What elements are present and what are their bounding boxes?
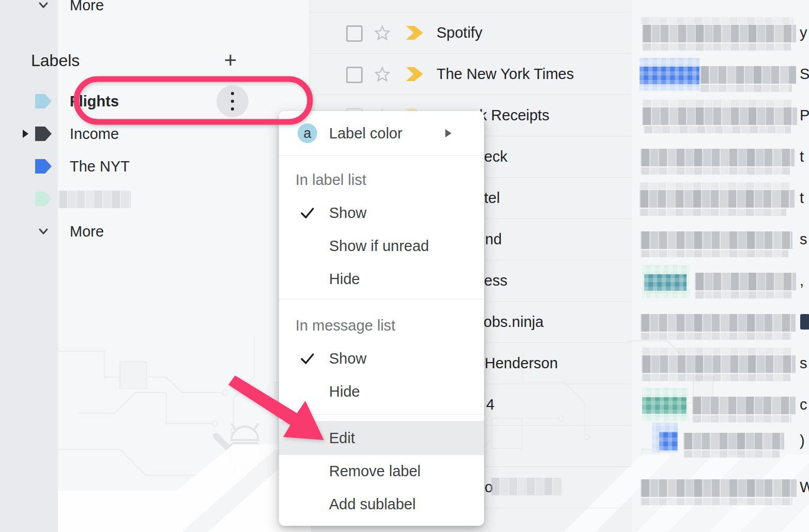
label-tag-icon	[35, 126, 52, 142]
email-sender-fragment: nd	[485, 231, 502, 248]
star-icon[interactable]	[373, 65, 392, 83]
menu-item-show-if-unread[interactable]: Show if unread	[279, 229, 484, 262]
email-sender-fragment: eck	[484, 148, 507, 165]
menu-section-header: In label list	[279, 163, 484, 196]
labels-header: Labels	[31, 51, 80, 70]
email-sender: Spotify	[437, 24, 483, 41]
redacted-label-text	[58, 191, 131, 208]
menu-item-label: Add sublabel	[329, 496, 416, 513]
clipped-subject-text: s	[800, 231, 807, 248]
label-tag-icon	[35, 93, 52, 109]
gmail-screenshot: More Labels + Flights Income The NYT Mor…	[0, 0, 809, 532]
menu-item-label: Show	[329, 350, 367, 367]
clipped-subject-text: t	[800, 148, 804, 165]
sidebar	[58, 0, 310, 532]
menu-item-label: Remove label	[329, 463, 421, 480]
label-tag-icon	[35, 191, 52, 207]
sidebar-item-label: The NYT	[70, 158, 130, 175]
menu-item-hide-message-list[interactable]: Hide	[279, 375, 484, 408]
menu-item-label: Label color	[329, 125, 402, 142]
label-context-menu: a Label color In label list Show Show if…	[279, 111, 484, 526]
check-icon	[299, 204, 316, 222]
clipped-subject-text: P	[800, 107, 809, 124]
check-icon	[299, 350, 316, 367]
chevron-down-icon	[35, 223, 52, 240]
email-sender-fragment: 4	[486, 396, 494, 413]
clipped-subject-text: s	[800, 355, 807, 372]
sidebar-item-label: Flights	[70, 93, 119, 110]
clipped-subject-text: t	[800, 190, 804, 207]
menu-item-add-sublabel[interactable]: Add sublabel	[279, 488, 484, 521]
menu-section-header: In message list	[279, 309, 484, 342]
select-checkbox[interactable]	[346, 25, 363, 42]
menu-item-label: Edit	[329, 430, 355, 447]
sidebar-item-label: More	[70, 223, 104, 240]
email-sender: The New York Times	[437, 66, 574, 83]
clipped-subject-text: c	[800, 396, 807, 413]
chevron-down-icon	[35, 0, 52, 13]
clipped-emoji-icon	[800, 314, 809, 330]
label-tag-icon	[35, 158, 52, 175]
importance-marker-icon[interactable]	[406, 26, 423, 40]
menu-item-label-color[interactable]: a Label color	[279, 117, 484, 150]
menu-item-label: Show	[329, 205, 367, 222]
email-sender-fragment: k Receipts	[479, 107, 549, 124]
clipped-subject-text: S	[800, 66, 809, 83]
sidebar-item-label: More	[70, 0, 104, 14]
menu-item-label: Hide	[329, 383, 360, 400]
clipped-subject-text: )	[800, 432, 805, 449]
create-label-button[interactable]: +	[219, 49, 242, 72]
submenu-arrow-icon	[445, 129, 452, 137]
menu-item-label: Show if unread	[329, 238, 429, 255]
expand-arrow-icon[interactable]	[23, 130, 28, 138]
email-sender-fragment: Henderson	[485, 355, 558, 372]
star-icon[interactable]	[373, 23, 392, 42]
email-sender-fragment: ess	[484, 272, 507, 289]
label-color-swatch-icon: a	[298, 123, 317, 143]
sidebar-item-label: Income	[70, 126, 119, 143]
email-row[interactable]: The New York Times S	[310, 53, 809, 95]
clipped-subject-text: ,	[800, 272, 804, 289]
window-left-margin	[0, 0, 58, 532]
select-checkbox[interactable]	[346, 67, 363, 83]
clipped-subject-text: W	[800, 479, 809, 496]
importance-marker-icon[interactable]	[406, 67, 423, 81]
menu-item-show-label-list[interactable]: Show	[279, 196, 484, 229]
menu-item-hide-label-list[interactable]: Hide	[279, 262, 484, 295]
clipped-subject-text: y	[800, 24, 807, 41]
email-sender-fragment: obs.ninja	[484, 314, 543, 331]
label-options-button[interactable]	[216, 85, 248, 117]
email-row[interactable]: Spotify y	[310, 12, 809, 53]
menu-item-edit[interactable]: Edit	[279, 421, 484, 455]
menu-item-label: Hide	[329, 271, 360, 288]
menu-item-show-message-list[interactable]: Show	[279, 342, 484, 375]
email-sender-fragment: tel	[484, 190, 500, 207]
menu-item-remove-label[interactable]: Remove label	[279, 455, 484, 488]
